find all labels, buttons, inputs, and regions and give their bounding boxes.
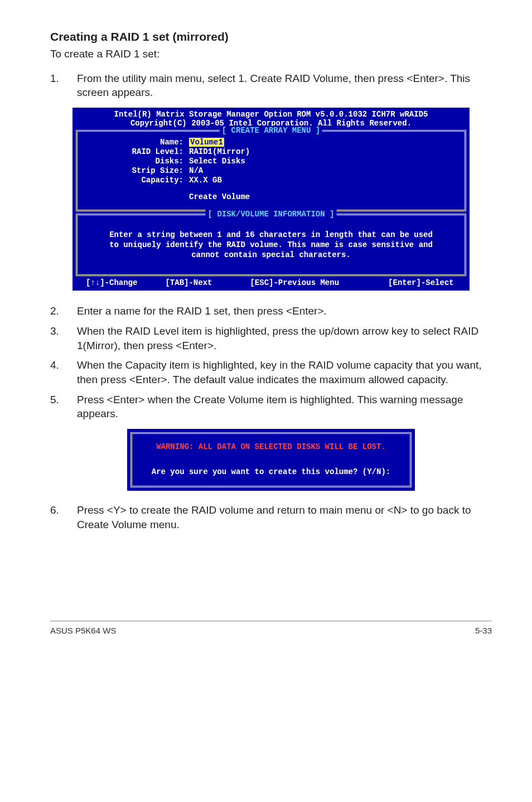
disk-volume-label: [ DISK/VOLUME INFORMATION ] <box>206 210 337 219</box>
step-number: 6. <box>50 503 77 532</box>
help-line-3: cannot contain special characters. <box>85 250 457 260</box>
create-array-label: [ CREATE ARRAY MENU ] <box>220 126 322 135</box>
disks-label: Disks: <box>83 157 189 166</box>
disks-value: Select Disks <box>189 157 245 166</box>
status-select: [Enter]-Select <box>388 278 454 287</box>
name-value: Volume1 <box>189 138 224 147</box>
capacity-label: Capacity: <box>83 176 189 185</box>
step-number: 5. <box>50 393 77 421</box>
footer-left: ASUS P5K64 WS <box>50 626 116 635</box>
warning-dialog: WARNING: ALL DATA ON SELECTED DISKS WILL… <box>127 429 415 491</box>
status-change: [↑↓]-Change <box>86 278 137 287</box>
step-3: 3. When the RAID Level item is highlight… <box>50 324 492 352</box>
step-number: 1. <box>50 71 77 100</box>
name-label: Name: <box>83 138 189 147</box>
step-number: 4. <box>50 358 77 386</box>
intro-text: To create a RAID 1 set: <box>50 47 492 61</box>
step-list-bottom: 6. Press <Y> to create the RAID volume a… <box>50 503 492 532</box>
step-2: 2. Enter a name for the RAID 1 set, then… <box>50 304 492 318</box>
create-array-frame: [ CREATE ARRAY MENU ] Name: Volume1 RAID… <box>76 130 466 211</box>
step-6: 6. Press <Y> to create the RAID volume a… <box>50 503 492 532</box>
footer-right: 5-33 <box>475 626 492 635</box>
page-footer: ASUS P5K64 WS 5-33 <box>50 621 492 635</box>
disk-volume-frame: [ DISK/VOLUME INFORMATION ] Enter a stri… <box>76 214 466 277</box>
step-text: From the utility main menu, select 1. Cr… <box>77 71 492 100</box>
bios-screenshot: Intel(R) Matrix Storage Manager Option R… <box>72 108 470 291</box>
step-1: 1. From the utility main menu, select 1.… <box>50 71 492 100</box>
help-line-2: to uniquely identify the RAID volume. Th… <box>85 240 457 250</box>
step-4: 4. When the Capacity item is highlighted… <box>50 358 492 386</box>
help-line-1: Enter a string between 1 and 16 characte… <box>85 230 457 240</box>
raid-level-value: RAID1(Mirror) <box>189 147 250 156</box>
step-list-middle: 2. Enter a name for the RAID 1 set, then… <box>50 304 492 421</box>
step-number: 2. <box>50 304 77 318</box>
warning-line-1: WARNING: ALL DATA ON SELECTED DISKS WILL… <box>138 441 404 453</box>
step-number: 3. <box>50 324 77 352</box>
step-text: Press <Y> to create the RAID volume and … <box>77 503 492 532</box>
warning-line-2: Are you sure you want to create this vol… <box>138 466 404 478</box>
step-text: When the Capacity item is highlighted, k… <box>77 358 492 386</box>
strip-size-value: N/A <box>189 166 203 175</box>
strip-size-label: Strip Size: <box>83 166 189 175</box>
step-text: Press <Enter> when the Create Volume ite… <box>77 393 492 421</box>
status-next: [TAB]-Next <box>165 278 212 287</box>
status-prev: [ESC]-Previous Menu <box>250 278 339 287</box>
bios-title-1: Intel(R) Matrix Storage Manager Option R… <box>78 110 464 119</box>
raid-level-label: RAID Level: <box>83 147 189 156</box>
capacity-value: XX.X GB <box>189 176 222 185</box>
step-list-top: 1. From the utility main menu, select 1.… <box>50 71 492 100</box>
step-text: Enter a name for the RAID 1 set, then pr… <box>77 304 492 318</box>
create-volume-action: Create Volume <box>189 192 250 201</box>
step-text: When the RAID Level item is highlighted,… <box>77 324 492 352</box>
step-5: 5. Press <Enter> when the Create Volume … <box>50 393 492 421</box>
bios-status-bar: [↑↓]-Change [TAB]-Next [ESC]-Previous Me… <box>72 276 470 291</box>
section-heading: Creating a RAID 1 set (mirrored) <box>50 30 492 44</box>
